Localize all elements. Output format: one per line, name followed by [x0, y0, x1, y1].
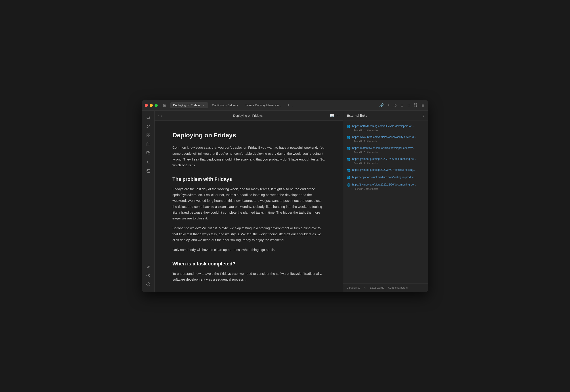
link-found-row: ›Found in 4 other notes — [352, 129, 424, 132]
note-title-toolbar: Deploying on Fridays — [166, 114, 330, 117]
link-icon[interactable]: 🔗 — [378, 102, 385, 108]
characters-stat: 7,785 characters — [388, 286, 408, 289]
sidebar-calendar-icon[interactable] — [144, 140, 152, 148]
section1-paragraph3: Only somebody will have to clean up our … — [172, 247, 325, 253]
link-url[interactable]: https://jivimberg.io/blog/2020/07/27/eff… — [352, 168, 415, 172]
chevron-right-icon: › — [352, 162, 352, 165]
link-found-text: Found in 2 other notes — [354, 162, 378, 165]
toolbar-right: 📖 ··· — [330, 113, 340, 118]
link-found-row: ›Found in 2 other notes — [352, 187, 424, 190]
link-url[interactable]: https://www.infoq.com/articles/observabi… — [352, 135, 416, 139]
link-found-text: Found in 3 other notes — [354, 151, 378, 154]
chevron-right-icon: › — [352, 151, 352, 154]
link-url[interactable]: https://netflixtechblog.com/full-cycle-d… — [352, 124, 414, 128]
links-list: 🌐https://netflixtechblog.com/full-cycle-… — [343, 121, 428, 283]
svg-point-2 — [147, 125, 147, 126]
link-url[interactable]: https://copyconstruct.medium.com/testing… — [352, 175, 416, 179]
svg-line-7 — [147, 127, 148, 127]
minimize-button[interactable] — [150, 104, 153, 107]
svg-point-0 — [147, 116, 149, 119]
nav-arrows: ‹ › — [158, 114, 162, 118]
section1-paragraph1: Fridays are the last day of the working … — [172, 186, 325, 222]
sidebar-search-icon[interactable] — [144, 113, 152, 121]
backlinks-stat: 0 backlinks — [347, 286, 360, 289]
section2-intro: To understand how to avoid the Fridays t… — [172, 271, 325, 283]
link-item: 🌐https://netflixtechblog.com/full-cycle-… — [343, 123, 428, 134]
tab-label: Continuous Delivery — [212, 104, 238, 107]
sidebar-toggle-icon[interactable]: ⊞ — [161, 102, 168, 109]
svg-point-4 — [147, 127, 147, 128]
note-intro: Common knowledge says that you don't dep… — [172, 145, 325, 168]
characters-value: 7,785 characters — [388, 286, 408, 289]
sidebar-right-icon[interactable]: ⊟ — [421, 102, 425, 108]
link-item: 🌐https://jivimberg.io/blog/2020/12/26/do… — [343, 155, 428, 166]
svg-point-24 — [148, 284, 149, 285]
link-url[interactable]: https://martinfowler.com/articles/develo… — [352, 146, 415, 150]
sidebar-grid-icon[interactable] — [144, 131, 152, 139]
sidebar-help-icon[interactable] — [144, 271, 152, 280]
sidebar-copy-icon[interactable] — [144, 149, 152, 157]
link-url[interactable]: https://jivimberg.io/blog/2020/12/26/doc… — [352, 157, 416, 161]
tab-close-icon[interactable]: ✕ — [202, 104, 205, 107]
add-tab-button[interactable]: + — [286, 102, 291, 108]
link-url-row: 🌐https://jivimberg.io/blog/2020/07/27/ef… — [347, 168, 424, 172]
chevron-right-icon: › — [352, 140, 352, 143]
svg-rect-10 — [147, 136, 148, 137]
link-item: 🌐https://jivimberg.io/blog/2020/12/26/do… — [343, 181, 428, 192]
right-panel-count: 7 — [423, 114, 424, 117]
search-icon[interactable]: ⌖ — [387, 102, 391, 108]
backlinks-value: 0 backlinks — [347, 286, 360, 289]
link-item: 🌐https://copyconstruct.medium.com/testin… — [343, 174, 428, 181]
link-found-text: Found in 2 other notes — [354, 187, 378, 190]
tag-icon[interactable]: ◇ — [393, 102, 397, 108]
traffic-lights — [145, 104, 158, 107]
note-content[interactable]: Deploying on Fridays Common knowledge sa… — [155, 121, 343, 292]
right-panel: External links 7 🌐https://netflixtechblo… — [343, 111, 428, 292]
section1-p2-em: we ship it — [225, 232, 239, 236]
forward-button[interactable]: › — [161, 114, 162, 118]
sidebar-plugin-icon[interactable] — [144, 263, 152, 271]
chain-icon[interactable]: ⛓ — [413, 102, 418, 108]
link-found-row: ›Found in 3 other notes — [352, 151, 424, 154]
titlebar-icons: 🔗 ⌖ ◇ ☰ □ ⛓ ⊟ — [378, 102, 425, 108]
titlebar: ⊞ Deploying on Fridays ✕ Continuous Deli… — [142, 100, 428, 111]
note-title: Deploying on Fridays — [172, 131, 325, 139]
link-url-row: 🌐https://jivimberg.io/blog/2020/12/26/do… — [347, 157, 424, 161]
link-found-row: ›Found in 1 other note — [352, 140, 424, 143]
link-item: 🌐https://martinfowler.com/articles/devel… — [343, 144, 428, 155]
left-sidebar — [142, 111, 155, 292]
list-icon[interactable]: ☰ — [399, 102, 404, 108]
file-icon[interactable]: □ — [407, 102, 411, 108]
sidebar-settings-icon[interactable] — [144, 280, 152, 288]
close-button[interactable] — [145, 104, 148, 107]
globe-icon: 🌐 — [347, 183, 350, 187]
link-found-row: ›Found in 2 other notes — [352, 162, 424, 165]
link-url-row: 🌐https://netflixtechblog.com/full-cycle-… — [347, 124, 424, 128]
sidebar-terminal-icon[interactable] — [144, 158, 152, 166]
maximize-button[interactable] — [155, 104, 158, 107]
section1-paragraph2: So what do we do? We rush it. Maybe we s… — [172, 225, 325, 243]
sidebar-graph-icon[interactable] — [144, 122, 152, 130]
globe-icon: 🌐 — [347, 176, 350, 179]
right-panel-footer: 0 backlinks ✎ 1,315 words 7,785 characte… — [343, 283, 428, 292]
tab-continuous-delivery[interactable]: Continuous Delivery — [209, 102, 241, 108]
svg-line-6 — [149, 126, 149, 126]
app-window: ⊞ Deploying on Fridays ✕ Continuous Deli… — [142, 100, 428, 292]
svg-point-3 — [149, 125, 150, 126]
link-url[interactable]: https://jivimberg.io/blog/2020/12/26/doc… — [352, 183, 416, 187]
link-url-row: 🌐https://jivimberg.io/blog/2020/12/26/do… — [347, 183, 424, 187]
tab-label: Inverse Conway Maneuver ... — [244, 104, 282, 107]
sidebar-photo-icon[interactable] — [144, 167, 152, 175]
edit-icon: ✎ — [364, 286, 366, 289]
tab-inverse-conway[interactable]: Inverse Conway Maneuver ... — [242, 102, 285, 108]
globe-icon: 🌐 — [347, 147, 350, 150]
back-button[interactable]: ‹ — [158, 114, 159, 118]
tabs-chevron-icon[interactable]: ⌄ — [291, 104, 294, 107]
content-area: ‹ › Deploying on Fridays 📖 ··· Deploying… — [155, 111, 343, 292]
tab-deploying-on-fridays[interactable]: Deploying on Fridays ✕ — [170, 102, 208, 108]
book-icon[interactable]: 📖 — [330, 113, 334, 118]
more-options-icon[interactable]: ··· — [337, 113, 340, 118]
globe-icon: 🌐 — [347, 125, 350, 128]
section1-heading: The problem with Fridays — [172, 176, 325, 182]
link-url-row: 🌐https://martinfowler.com/articles/devel… — [347, 146, 424, 150]
